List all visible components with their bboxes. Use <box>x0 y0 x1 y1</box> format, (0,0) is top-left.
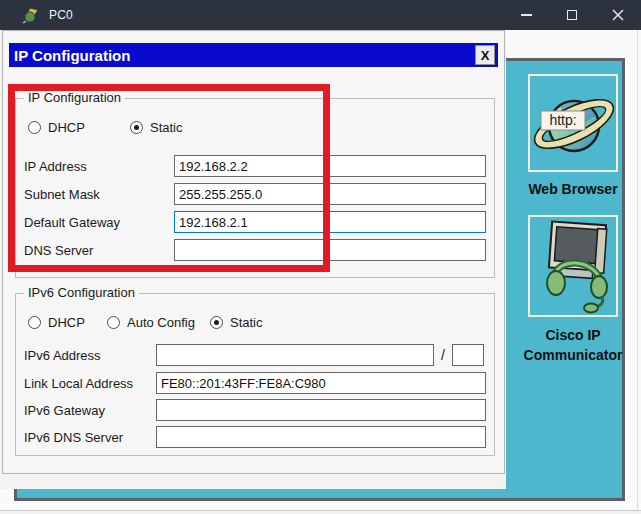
ip-address-input[interactable] <box>174 155 486 177</box>
ipv6-prefix-separator: / <box>441 347 445 363</box>
ip-configuration-dialog: IP Configuration X IP Configuration DHCP… <box>2 30 505 474</box>
http-label: http: <box>549 112 576 128</box>
web-browser-icon: http: <box>530 76 616 170</box>
web-browser-label: Web Browser <box>506 181 640 197</box>
ipv4-static-radio[interactable]: Static <box>130 119 183 135</box>
ipv4-group: IP Configuration DHCP Static IP Address … <box>15 98 495 278</box>
cisco-label-line1: Cisco IP <box>504 325 641 345</box>
ipv6-dhcp-label: DHCP <box>48 315 85 330</box>
ipv6-gateway-label: IPv6 Gateway <box>24 403 105 418</box>
cisco-label-line2: Communicator <box>504 345 641 365</box>
cisco-ip-communicator-icon <box>530 217 616 315</box>
radio-circle-checked[interactable] <box>130 121 143 134</box>
default-gateway-input[interactable] <box>174 211 486 233</box>
dialog-titlebar: IP Configuration X <box>9 43 498 67</box>
ipv6-prefix-input[interactable] <box>452 344 484 366</box>
maximize-icon <box>567 10 577 20</box>
ip-configuration-dialog-outer: IP Configuration X IP Configuration DHCP… <box>0 30 506 489</box>
minimize-icon <box>521 14 532 16</box>
ipv6-static-radio[interactable]: Static <box>210 314 263 330</box>
radio-circle-checked[interactable] <box>210 316 223 329</box>
close-icon <box>612 9 624 21</box>
pc-device-icon <box>22 6 40 24</box>
minimize-button[interactable] <box>503 0 549 30</box>
window-controls <box>503 0 641 30</box>
ipv4-static-label: Static <box>150 120 183 135</box>
radio-circle[interactable] <box>28 316 41 329</box>
ipv6-address-label: IPv6 Address <box>24 348 101 363</box>
close-window-button[interactable] <box>595 0 641 30</box>
ipv6-dns-server-label: IPv6 DNS Server <box>24 430 123 445</box>
ipv4-dhcp-label: DHCP <box>48 120 85 135</box>
ipv6-address-input[interactable] <box>156 344 434 366</box>
ipv6-group-title: IPv6 Configuration <box>24 285 139 300</box>
cisco-ip-communicator-app[interactable] <box>528 215 618 317</box>
ipv4-group-title: IP Configuration <box>24 90 125 105</box>
ip-address-label: IP Address <box>24 159 87 174</box>
dns-server-label: DNS Server <box>24 243 93 258</box>
dialog-close-button[interactable]: X <box>475 45 495 65</box>
subnet-mask-input[interactable] <box>174 183 486 205</box>
titlebar: PC0 <box>0 0 641 30</box>
ipv6-dhcp-radio[interactable]: DHCP <box>28 314 85 330</box>
subnet-mask-label: Subnet Mask <box>24 187 100 202</box>
link-local-address-input[interactable] <box>156 372 486 394</box>
ipv6-autoconfig-radio[interactable]: Auto Config <box>107 314 195 330</box>
pc0-window: PC0 <box>0 0 641 514</box>
dialog-title: IP Configuration <box>9 47 130 64</box>
radio-circle[interactable] <box>107 316 120 329</box>
ipv6-group: IPv6 Configuration DHCP Auto Config Stat… <box>15 293 495 456</box>
ipv6-static-label: Static <box>230 315 263 330</box>
radio-circle[interactable] <box>28 121 41 134</box>
maximize-button[interactable] <box>549 0 595 30</box>
ipv6-gateway-input[interactable] <box>156 399 486 421</box>
ipv6-autoconfig-label: Auto Config <box>127 315 195 330</box>
dns-server-input[interactable] <box>174 239 486 261</box>
window-edge-line <box>637 30 638 510</box>
default-gateway-label: Default Gateway <box>24 215 120 230</box>
cisco-ip-communicator-label: Cisco IP Communicator <box>504 325 641 365</box>
ipv4-dhcp-radio[interactable]: DHCP <box>28 119 85 135</box>
link-local-address-label: Link Local Address <box>24 376 133 391</box>
window-title: PC0 <box>49 8 73 22</box>
web-browser-app[interactable]: http: <box>528 74 618 172</box>
ipv6-dns-server-input[interactable] <box>156 426 486 448</box>
